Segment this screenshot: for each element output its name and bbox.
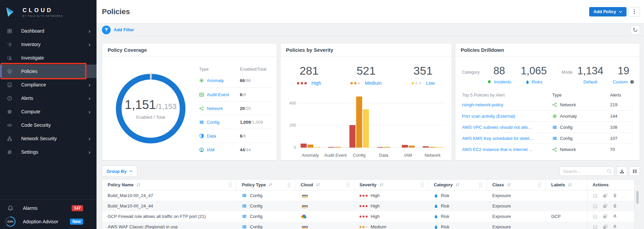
policy-name-cell[interactable]: Build_Mar10-00_24_47: [102, 190, 236, 201]
column-settings-button[interactable]: [629, 166, 640, 176]
sort-icon[interactable]: [379, 182, 384, 187]
bar-high[interactable]: [402, 145, 408, 148]
drag-icon[interactable]: [345, 182, 350, 187]
sort-icon[interactable]: [506, 182, 512, 187]
coverage-type-link[interactable]: Network: [207, 106, 223, 111]
top-policy-link[interactable]: Port scan activity (External): [462, 114, 552, 119]
edit-action-icon[interactable]: [593, 193, 598, 198]
bar-medium[interactable]: [429, 147, 435, 148]
coverage-type-link[interactable]: IAM: [207, 147, 215, 152]
sidebar-item-adoption-advisor[interactable]: 63% Adoption Advisor New: [0, 215, 97, 228]
coverage-type-link[interactable]: Config: [207, 120, 220, 125]
policy-type-label: Config: [250, 193, 263, 198]
sidebar-item-network-security[interactable]: Network Security›: [0, 132, 97, 145]
policy-name-cell[interactable]: GCP Firewall rule allows all traffic on …: [102, 211, 236, 222]
sort-icon[interactable]: [136, 182, 141, 187]
edit-action-icon[interactable]: [593, 203, 598, 208]
severity-stat-caption: Medium: [338, 80, 394, 86]
drag-icon[interactable]: [478, 182, 483, 187]
drilldown-stat-link[interactable]: Custom: [613, 79, 628, 84]
sidebar-item-inventory[interactable]: Inventory›: [0, 38, 97, 51]
top-policy-type-label: Network: [560, 102, 576, 107]
add-filter-button[interactable]: [102, 26, 111, 34]
add-filter-label[interactable]: Add Filter: [114, 27, 134, 32]
compliance-icon: [7, 82, 12, 87]
bar-low[interactable]: [436, 147, 442, 148]
clone-action-icon[interactable]: [603, 214, 608, 219]
coverage-type-link[interactable]: Data: [207, 133, 216, 139]
bell-action-icon[interactable]: [612, 224, 617, 229]
sidebar-item-compliance[interactable]: Compliance›: [0, 78, 97, 91]
drag-icon[interactable]: [420, 182, 425, 187]
scrollbar-thumb[interactable]: [636, 191, 639, 204]
severity-label-link[interactable]: High: [311, 80, 321, 86]
bar-medium[interactable]: [384, 147, 390, 148]
drilldown-stat-link[interactable]: Incidents: [494, 79, 511, 84]
edit-action-icon[interactable]: [593, 214, 598, 219]
top-policy-row: AWS KMS Key scheduled for delet...Config…: [462, 132, 634, 144]
sidebar-item-investigate[interactable]: Investigate: [0, 51, 97, 65]
sort-icon[interactable]: [567, 182, 572, 187]
coverage-type-link[interactable]: Anomaly: [207, 78, 224, 83]
sidebar-item-settings[interactable]: Settings›: [0, 145, 97, 159]
sidebar-item-dashboard[interactable]: Dashboard›: [0, 24, 97, 38]
download-button[interactable]: [616, 166, 627, 176]
bar-low[interactable]: [363, 109, 369, 148]
sidebar-item-alarms[interactable]: Alarms 147: [0, 201, 97, 215]
column-header-label: Severity: [359, 182, 377, 187]
severity-label: High: [371, 193, 380, 198]
bar-high[interactable]: [377, 147, 383, 148]
clone-action-icon[interactable]: [603, 193, 608, 198]
group-by-button[interactable]: Group By: [102, 165, 137, 177]
sidebar-item-policies[interactable]: Policies: [0, 65, 97, 78]
more-actions-button[interactable]: [629, 7, 640, 16]
bar-low[interactable]: [314, 147, 320, 148]
add-policy-button[interactable]: Add Policy: [589, 7, 627, 16]
edit-action-icon[interactable]: [593, 224, 598, 229]
policy-type-iam-icon: [199, 147, 204, 152]
top-policy-link[interactable]: AWS VPC subnets should not allo...: [462, 125, 552, 130]
drilldown-stat-link[interactable]: Risks: [532, 79, 542, 84]
bar-high[interactable]: [301, 144, 307, 148]
top-policy-alert-count: 219: [610, 102, 634, 107]
search-input[interactable]: [560, 167, 604, 176]
bar-high[interactable]: [423, 146, 429, 148]
sidebar-item-compute[interactable]: Compute›: [0, 105, 97, 118]
vertical-scrollbar[interactable]: [636, 191, 639, 229]
top-policy-link[interactable]: AWS EC2 instance that is internet ...: [462, 147, 552, 152]
top-policy-type-label: Config: [560, 136, 573, 141]
drag-icon[interactable]: [537, 182, 542, 187]
bar-medium[interactable]: [307, 145, 313, 148]
bar-high[interactable]: [328, 147, 334, 148]
policy-name-cell[interactable]: Build_Mar10-00_24_44: [102, 201, 236, 211]
top-policy-link[interactable]: rsingh-network-policy: [462, 102, 552, 107]
bar-medium[interactable]: [335, 147, 341, 148]
chevron-right-icon: ›: [88, 149, 90, 155]
bell-action-icon[interactable]: [612, 214, 617, 219]
bar-medium[interactable]: [409, 146, 415, 148]
delete-action-icon[interactable]: [612, 193, 617, 198]
bar-medium[interactable]: [356, 97, 362, 148]
top-policy-link[interactable]: AWS KMS Key scheduled for delet...: [462, 136, 552, 141]
clone-action-icon[interactable]: [603, 203, 608, 208]
sort-icon[interactable]: [268, 182, 273, 187]
sort-icon[interactable]: [315, 182, 320, 187]
severity-label-link[interactable]: Low: [426, 80, 435, 86]
sort-icon[interactable]: [455, 182, 460, 187]
sidebar-item-alerts[interactable]: Alerts›: [0, 91, 97, 105]
coverage-type-cell: Network: [199, 106, 240, 111]
drilldown-stat-link[interactable]: Default: [583, 79, 597, 84]
severity-label-link[interactable]: Medium: [365, 80, 382, 86]
bar-high[interactable]: [349, 125, 355, 148]
drag-icon[interactable]: [287, 182, 292, 187]
policy-name-cell[interactable]: AWS WAF Classic (Regional) in use: [102, 222, 236, 229]
reset-filters-button[interactable]: [631, 25, 640, 35]
sidebar-item-label: Dashboard: [21, 28, 44, 34]
sidebar-item-code-security[interactable]: Code Security: [0, 118, 97, 132]
drag-icon[interactable]: [228, 182, 233, 187]
coverage-type-link[interactable]: Audit Event: [207, 92, 229, 97]
delete-action-icon[interactable]: [612, 203, 617, 208]
clone-action-icon[interactable]: [603, 224, 608, 229]
column-header-label: Policy Type: [242, 182, 266, 187]
policy-type-config-icon: [552, 136, 557, 141]
